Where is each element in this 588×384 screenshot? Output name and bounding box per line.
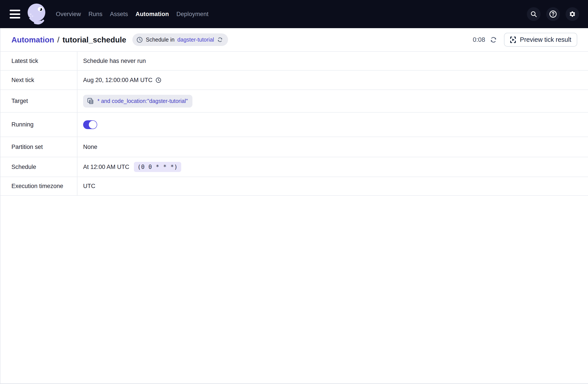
row-execution-timezone: Execution timezone UTC bbox=[0, 177, 588, 196]
page-title: tutorial_schedule bbox=[63, 35, 126, 44]
nav-item-assets[interactable]: Assets bbox=[110, 11, 128, 18]
code-location-link[interactable]: dagster-tutorial bbox=[177, 37, 214, 43]
page-content: Automation / tutorial_schedule Schedule … bbox=[0, 28, 588, 383]
row-label: Target bbox=[0, 90, 77, 112]
top-navbar: Overview Runs Assets Automation Deployme… bbox=[0, 0, 588, 28]
refresh-icon bbox=[489, 36, 497, 44]
row-latest-tick: Latest tick Schedule has never run bbox=[0, 52, 588, 71]
latest-tick-value: Schedule has never run bbox=[77, 58, 146, 64]
breadcrumb-automation-link[interactable]: Automation bbox=[11, 35, 54, 44]
toggle-knob bbox=[89, 121, 97, 129]
breadcrumb: Automation / tutorial_schedule bbox=[11, 35, 126, 44]
search-button[interactable] bbox=[527, 7, 541, 21]
asset-selection-text: * and code_location:"dagster-tutorial" bbox=[97, 98, 188, 104]
nav-item-automation[interactable]: Automation bbox=[135, 11, 169, 18]
next-tick-value: Aug 20, 12:00:00 AM UTC bbox=[77, 77, 162, 84]
row-label: Execution timezone bbox=[0, 177, 77, 195]
search-icon bbox=[530, 10, 537, 18]
asset-selection-badge[interactable]: * and code_location:"dagster-tutorial" bbox=[83, 95, 192, 107]
next-tick-timestamp: Aug 20, 12:00:00 AM UTC bbox=[83, 77, 152, 84]
cron-expression-badge: (0 0 * * *) bbox=[134, 162, 181, 172]
asset-selection-icon bbox=[87, 97, 94, 105]
refresh-button[interactable] bbox=[489, 36, 497, 44]
row-schedule: Schedule At 12:00 AM UTC (0 0 * * *) bbox=[0, 157, 588, 177]
primary-navigation: Overview Runs Assets Automation Deployme… bbox=[56, 11, 209, 18]
row-running: Running bbox=[0, 113, 588, 137]
sync-icon[interactable] bbox=[217, 37, 223, 43]
row-partition-set: Partition set None bbox=[0, 137, 588, 157]
help-icon bbox=[549, 10, 557, 18]
hamburger-menu-icon[interactable] bbox=[10, 9, 21, 19]
row-next-tick: Next tick Aug 20, 12:00:00 AM UTC bbox=[0, 71, 588, 90]
partition-set-value: None bbox=[77, 144, 97, 150]
row-label: Latest tick bbox=[0, 52, 77, 70]
dagster-logo-icon[interactable] bbox=[25, 2, 49, 26]
running-toggle[interactable] bbox=[83, 120, 97, 129]
row-label: Next tick bbox=[0, 71, 77, 89]
schedule-description: At 12:00 AM UTC bbox=[83, 164, 129, 171]
dagster-automation-page: Overview Runs Assets Automation Deployme… bbox=[0, 0, 588, 384]
refresh-countdown: 0:08 bbox=[473, 36, 485, 43]
empty-area bbox=[0, 196, 588, 383]
preview-tick-result-label: Preview tick result bbox=[520, 36, 571, 43]
schedule-context-badge: Schedule in dagster-tutorial bbox=[132, 33, 228, 46]
navbar-actions bbox=[527, 7, 579, 21]
help-button[interactable] bbox=[546, 7, 560, 21]
clock-icon bbox=[155, 77, 162, 83]
badge-text: Schedule in bbox=[146, 37, 175, 43]
execution-timezone-value: UTC bbox=[77, 183, 95, 190]
preview-tick-result-button[interactable]: Preview tick result bbox=[504, 33, 577, 47]
row-target: Target * and code_location:"dagster bbox=[0, 90, 588, 113]
clock-icon bbox=[136, 37, 143, 43]
page-header-bar: Automation / tutorial_schedule Schedule … bbox=[0, 28, 588, 52]
row-label: Partition set bbox=[0, 137, 77, 157]
row-label: Running bbox=[0, 113, 77, 137]
preview-tick-icon bbox=[509, 36, 517, 44]
nav-item-runs[interactable]: Runs bbox=[88, 11, 103, 18]
row-label: Schedule bbox=[0, 157, 77, 177]
settings-button[interactable] bbox=[566, 7, 579, 21]
breadcrumb-separator: / bbox=[57, 35, 59, 44]
gear-icon bbox=[568, 10, 577, 18]
nav-item-deployment[interactable]: Deployment bbox=[176, 11, 209, 18]
nav-item-overview[interactable]: Overview bbox=[56, 11, 81, 18]
